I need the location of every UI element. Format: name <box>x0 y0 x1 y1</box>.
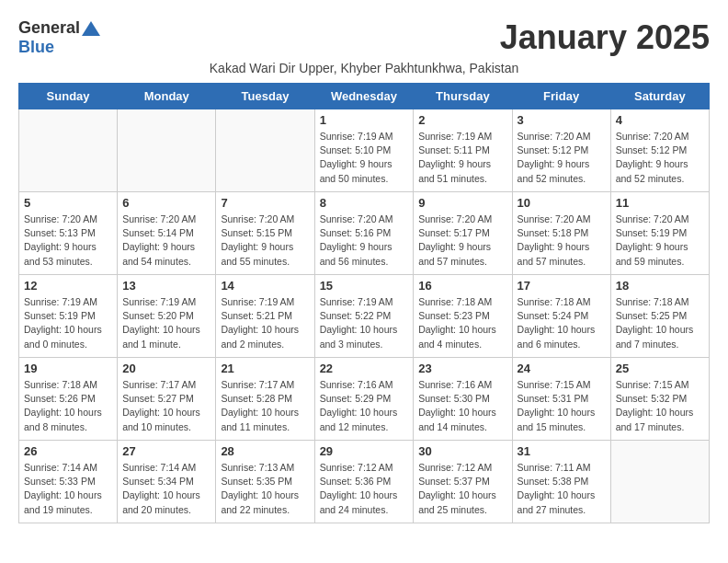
day-info: Sunrise: 7:20 AM Sunset: 5:18 PM Dayligh… <box>518 213 606 269</box>
calendar-cell: 29Sunrise: 7:12 AM Sunset: 5:36 PM Dayli… <box>314 441 414 523</box>
day-number: 29 <box>320 444 409 458</box>
day-info: Sunrise: 7:19 AM Sunset: 5:19 PM Dayligh… <box>24 295 112 351</box>
day-info: Sunrise: 7:20 AM Sunset: 5:15 PM Dayligh… <box>221 213 309 269</box>
day-info: Sunrise: 7:18 AM Sunset: 5:26 PM Dayligh… <box>24 378 112 434</box>
month-title: January 2025 <box>500 18 710 57</box>
day-info: Sunrise: 7:20 AM Sunset: 5:13 PM Dayligh… <box>24 213 112 269</box>
location-subtitle: Kakad Wari Dir Upper, Khyber Pakhtunkhwa… <box>18 61 710 75</box>
week-row-1: 1Sunrise: 7:19 AM Sunset: 5:10 PM Daylig… <box>19 109 710 192</box>
col-header-wednesday: Wednesday <box>314 84 414 109</box>
day-info: Sunrise: 7:19 AM Sunset: 5:20 PM Dayligh… <box>122 295 210 351</box>
day-number: 10 <box>518 196 606 210</box>
day-number: 25 <box>616 362 704 375</box>
day-info: Sunrise: 7:14 AM Sunset: 5:34 PM Dayligh… <box>122 461 210 517</box>
calendar-cell: 3Sunrise: 7:20 AM Sunset: 5:12 PM Daylig… <box>512 109 610 192</box>
day-info: Sunrise: 7:12 AM Sunset: 5:37 PM Dayligh… <box>418 461 506 517</box>
day-info: Sunrise: 7:19 AM Sunset: 5:22 PM Dayligh… <box>320 295 409 351</box>
day-info: Sunrise: 7:18 AM Sunset: 5:25 PM Dayligh… <box>616 295 704 351</box>
col-header-tuesday: Tuesday <box>216 84 314 109</box>
page-header: General Blue January 2025 <box>18 18 710 57</box>
col-header-saturday: Saturday <box>610 84 709 109</box>
day-info: Sunrise: 7:16 AM Sunset: 5:29 PM Dayligh… <box>320 378 409 434</box>
day-info: Sunrise: 7:18 AM Sunset: 5:24 PM Dayligh… <box>518 295 606 351</box>
col-header-sunday: Sunday <box>19 84 118 109</box>
day-info: Sunrise: 7:20 AM Sunset: 5:12 PM Dayligh… <box>518 130 606 186</box>
calendar-cell: 27Sunrise: 7:14 AM Sunset: 5:34 PM Dayli… <box>118 441 216 523</box>
day-number: 23 <box>418 362 506 375</box>
calendar-cell: 2Sunrise: 7:19 AM Sunset: 5:11 PM Daylig… <box>414 109 512 192</box>
calendar-cell: 5Sunrise: 7:20 AM Sunset: 5:13 PM Daylig… <box>19 192 118 275</box>
day-info: Sunrise: 7:15 AM Sunset: 5:31 PM Dayligh… <box>518 378 606 434</box>
logo-general: General <box>18 18 80 38</box>
logo: General Blue <box>18 18 101 57</box>
day-number: 26 <box>24 444 112 458</box>
day-info: Sunrise: 7:20 AM Sunset: 5:19 PM Dayligh… <box>616 213 704 269</box>
calendar-cell: 1Sunrise: 7:19 AM Sunset: 5:10 PM Daylig… <box>314 109 414 192</box>
day-info: Sunrise: 7:19 AM Sunset: 5:21 PM Dayligh… <box>221 295 309 351</box>
calendar-cell: 11Sunrise: 7:20 AM Sunset: 5:19 PM Dayli… <box>610 192 709 275</box>
calendar-cell: 16Sunrise: 7:18 AM Sunset: 5:23 PM Dayli… <box>414 275 512 358</box>
day-number: 15 <box>320 279 409 293</box>
week-row-4: 19Sunrise: 7:18 AM Sunset: 5:26 PM Dayli… <box>19 358 710 441</box>
day-info: Sunrise: 7:20 AM Sunset: 5:14 PM Dayligh… <box>122 213 210 269</box>
day-number: 20 <box>122 362 210 375</box>
day-info: Sunrise: 7:14 AM Sunset: 5:33 PM Dayligh… <box>24 461 112 517</box>
calendar-cell: 20Sunrise: 7:17 AM Sunset: 5:27 PM Dayli… <box>118 358 216 441</box>
calendar-cell: 9Sunrise: 7:20 AM Sunset: 5:17 PM Daylig… <box>414 192 512 275</box>
day-number: 5 <box>24 196 112 210</box>
calendar-table: SundayMondayTuesdayWednesdayThursdayFrid… <box>18 83 710 523</box>
calendar-cell: 28Sunrise: 7:13 AM Sunset: 5:35 PM Dayli… <box>216 441 314 523</box>
day-number: 12 <box>24 279 112 293</box>
svg-marker-0 <box>82 21 100 36</box>
calendar-cell: 19Sunrise: 7:18 AM Sunset: 5:26 PM Dayli… <box>19 358 118 441</box>
calendar-cell: 31Sunrise: 7:11 AM Sunset: 5:38 PM Dayli… <box>512 441 610 523</box>
calendar-cell: 30Sunrise: 7:12 AM Sunset: 5:37 PM Dayli… <box>414 441 512 523</box>
calendar-cell: 23Sunrise: 7:16 AM Sunset: 5:30 PM Dayli… <box>414 358 512 441</box>
day-info: Sunrise: 7:17 AM Sunset: 5:28 PM Dayligh… <box>221 378 309 434</box>
col-header-thursday: Thursday <box>414 84 512 109</box>
day-number: 4 <box>616 113 704 127</box>
calendar-cell: 4Sunrise: 7:20 AM Sunset: 5:12 PM Daylig… <box>610 109 709 192</box>
logo-icon <box>82 21 100 36</box>
day-number: 31 <box>518 444 606 458</box>
day-number: 19 <box>24 362 112 375</box>
calendar-cell: 17Sunrise: 7:18 AM Sunset: 5:24 PM Dayli… <box>512 275 610 358</box>
day-info: Sunrise: 7:17 AM Sunset: 5:27 PM Dayligh… <box>122 378 210 434</box>
calendar-cell <box>19 109 118 192</box>
calendar-cell: 10Sunrise: 7:20 AM Sunset: 5:18 PM Dayli… <box>512 192 610 275</box>
day-info: Sunrise: 7:12 AM Sunset: 5:36 PM Dayligh… <box>320 461 409 517</box>
calendar-cell: 24Sunrise: 7:15 AM Sunset: 5:31 PM Dayli… <box>512 358 610 441</box>
day-number: 6 <box>122 196 210 210</box>
day-number: 2 <box>418 113 506 127</box>
calendar-cell: 7Sunrise: 7:20 AM Sunset: 5:15 PM Daylig… <box>216 192 314 275</box>
day-info: Sunrise: 7:19 AM Sunset: 5:10 PM Dayligh… <box>320 130 409 186</box>
calendar-cell <box>118 109 216 192</box>
day-number: 11 <box>616 196 704 210</box>
day-info: Sunrise: 7:20 AM Sunset: 5:16 PM Dayligh… <box>320 213 409 269</box>
day-number: 13 <box>122 279 210 293</box>
calendar-cell: 21Sunrise: 7:17 AM Sunset: 5:28 PM Dayli… <box>216 358 314 441</box>
col-header-friday: Friday <box>512 84 610 109</box>
calendar-cell <box>216 109 314 192</box>
calendar-cell: 13Sunrise: 7:19 AM Sunset: 5:20 PM Dayli… <box>118 275 216 358</box>
calendar-cell: 18Sunrise: 7:18 AM Sunset: 5:25 PM Dayli… <box>610 275 709 358</box>
day-info: Sunrise: 7:19 AM Sunset: 5:11 PM Dayligh… <box>418 130 506 186</box>
day-info: Sunrise: 7:11 AM Sunset: 5:38 PM Dayligh… <box>518 461 606 517</box>
calendar-cell: 14Sunrise: 7:19 AM Sunset: 5:21 PM Dayli… <box>216 275 314 358</box>
calendar-cell: 8Sunrise: 7:20 AM Sunset: 5:16 PM Daylig… <box>314 192 414 275</box>
day-number: 3 <box>518 113 606 127</box>
calendar-cell: 12Sunrise: 7:19 AM Sunset: 5:19 PM Dayli… <box>19 275 118 358</box>
day-number: 28 <box>221 444 309 458</box>
day-number: 7 <box>221 196 309 210</box>
calendar-cell <box>610 441 709 523</box>
logo-blue: Blue <box>18 38 54 56</box>
calendar-cell: 26Sunrise: 7:14 AM Sunset: 5:33 PM Dayli… <box>19 441 118 523</box>
calendar-cell: 6Sunrise: 7:20 AM Sunset: 5:14 PM Daylig… <box>118 192 216 275</box>
day-number: 8 <box>320 196 409 210</box>
col-header-monday: Monday <box>118 84 216 109</box>
day-number: 21 <box>221 362 309 375</box>
week-row-3: 12Sunrise: 7:19 AM Sunset: 5:19 PM Dayli… <box>19 275 710 358</box>
calendar-header-row: SundayMondayTuesdayWednesdayThursdayFrid… <box>19 84 710 109</box>
day-info: Sunrise: 7:16 AM Sunset: 5:30 PM Dayligh… <box>418 378 506 434</box>
day-number: 22 <box>320 362 409 375</box>
